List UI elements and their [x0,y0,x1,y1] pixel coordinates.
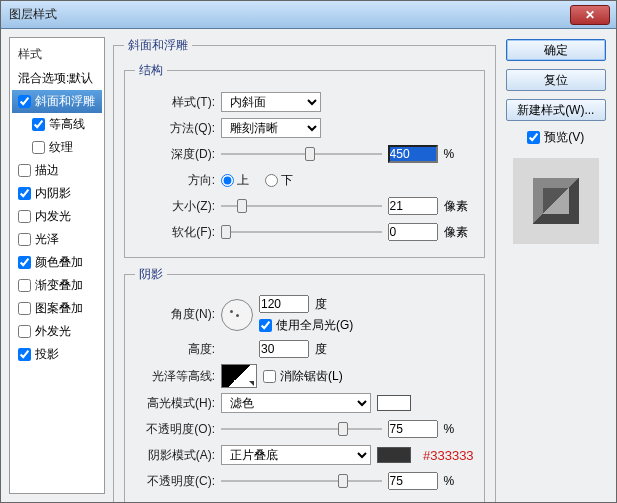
chk-patternoverlay[interactable] [18,302,31,315]
structure-fieldset: 结构 样式(T): 内斜面 方法(Q): 雕刻清晰 深度(D): % 方向: [124,62,485,258]
shadow-opacity-input[interactable] [388,472,438,490]
chk-texture[interactable] [32,141,45,154]
size-slider[interactable] [221,197,382,215]
chk-innershadow[interactable] [18,187,31,200]
shading-fieldset: 阴影 角度(N): 度 使用全局光(G) 高度: 度 [124,266,485,503]
highlight-mode-label: 高光模式(H): [135,395,215,412]
depth-slider[interactable] [221,145,382,163]
style-item-outerglow[interactable]: 外发光 [12,320,102,343]
bevel-legend: 斜面和浮雕 [124,37,192,54]
style-item-satin[interactable]: 光泽 [12,228,102,251]
highlight-opacity-input[interactable] [388,420,438,438]
preview-box [513,158,599,244]
cancel-button[interactable]: 复位 [506,69,606,91]
titlebar: 图层样式 ✕ [1,1,616,29]
depth-label: 深度(D): [135,146,215,163]
size-unit: 像素 [444,198,474,215]
shading-legend: 阴影 [135,266,167,283]
chk-coloroverlay[interactable] [18,256,31,269]
soften-input[interactable] [388,223,438,241]
new-style-button[interactable]: 新建样式(W)... [506,99,606,121]
shadow-hex-label: #333333 [423,448,474,463]
chk-gradientoverlay[interactable] [18,279,31,292]
angle-input[interactable] [259,295,309,313]
altitude-label: 高度: [135,341,215,358]
shadow-color-swatch[interactable] [377,447,411,463]
highlight-mode-select[interactable]: 滤色 [221,393,371,413]
style-item-patternoverlay[interactable]: 图案叠加 [12,297,102,320]
soften-slider[interactable] [221,223,382,241]
depth-input[interactable] [388,145,438,163]
preview-check[interactable]: 预览(V) [527,129,584,146]
shadow-opacity-label: 不透明度(C): [135,473,215,490]
altitude-input[interactable] [259,340,309,358]
direction-down[interactable]: 下 [265,172,293,189]
highlight-opacity-label: 不透明度(O): [135,421,215,438]
chk-satin[interactable] [18,233,31,246]
chk-stroke[interactable] [18,164,31,177]
chk-outerglow[interactable] [18,325,31,338]
style-item-innerglow[interactable]: 内发光 [12,205,102,228]
soften-label: 软化(F): [135,224,215,241]
style-item-innershadow[interactable]: 内阴影 [12,182,102,205]
close-button[interactable]: ✕ [570,5,610,25]
gloss-contour-picker[interactable] [221,364,257,388]
technique-select[interactable]: 雕刻清晰 [221,118,321,138]
chk-contour[interactable] [32,118,45,131]
content: 样式 混合选项:默认 斜面和浮雕 等高线 纹理 描边 内阴影 内发光 光泽 颜色… [1,29,616,502]
bevel-fieldset: 斜面和浮雕 结构 样式(T): 内斜面 方法(Q): 雕刻清晰 深度(D): % [113,37,496,503]
shadow-mode-select[interactable]: 正片叠底 [221,445,371,465]
style-list: 样式 混合选项:默认 斜面和浮雕 等高线 纹理 描边 内阴影 内发光 光泽 颜色… [9,37,105,494]
direction-up[interactable]: 上 [221,172,249,189]
ok-button[interactable]: 确定 [506,39,606,61]
size-input[interactable] [388,197,438,215]
highlight-color-swatch[interactable] [377,395,411,411]
style-header: 样式 [12,42,102,67]
window-title: 图层样式 [9,6,57,23]
gloss-label: 光泽等高线: [135,368,215,385]
style-item-stroke[interactable]: 描边 [12,159,102,182]
size-label: 大小(Z): [135,198,215,215]
structure-legend: 结构 [135,62,167,79]
chk-innerglow[interactable] [18,210,31,223]
depth-unit: % [444,147,474,161]
right-panel: 确定 复位 新建样式(W)... 预览(V) [504,37,608,494]
soften-unit: 像素 [444,224,474,241]
preview-shape-icon [533,178,579,224]
style-item-bevel[interactable]: 斜面和浮雕 [12,90,102,113]
antialias-check[interactable]: 消除锯齿(L) [263,368,343,385]
style-item-dropshadow[interactable]: 投影 [12,343,102,366]
style-item-texture[interactable]: 纹理 [12,136,102,159]
highlight-opacity-slider[interactable] [221,420,382,438]
angle-dial[interactable] [221,299,253,331]
angle-label: 角度(N): [135,306,215,323]
technique-label: 方法(Q): [135,120,215,137]
shadow-opacity-slider[interactable] [221,472,382,490]
style-item-contour[interactable]: 等高线 [12,113,102,136]
shadow-mode-label: 阴影模式(A): [135,447,215,464]
settings-panel: 斜面和浮雕 结构 样式(T): 内斜面 方法(Q): 雕刻清晰 深度(D): % [113,37,496,494]
pct: % [444,422,474,436]
blending-options[interactable]: 混合选项:默认 [12,67,102,90]
altitude-unit: 度 [315,341,327,358]
global-light-check[interactable]: 使用全局光(G) [259,317,353,334]
style-item-gradientoverlay[interactable]: 渐变叠加 [12,274,102,297]
chevron-down-icon [249,381,254,386]
direction-label: 方向: [135,172,215,189]
style-select[interactable]: 内斜面 [221,92,321,112]
chk-bevel[interactable] [18,95,31,108]
chk-dropshadow[interactable] [18,348,31,361]
style-item-coloroverlay[interactable]: 颜色叠加 [12,251,102,274]
style-label: 样式(T): [135,94,215,111]
angle-unit: 度 [315,296,327,313]
